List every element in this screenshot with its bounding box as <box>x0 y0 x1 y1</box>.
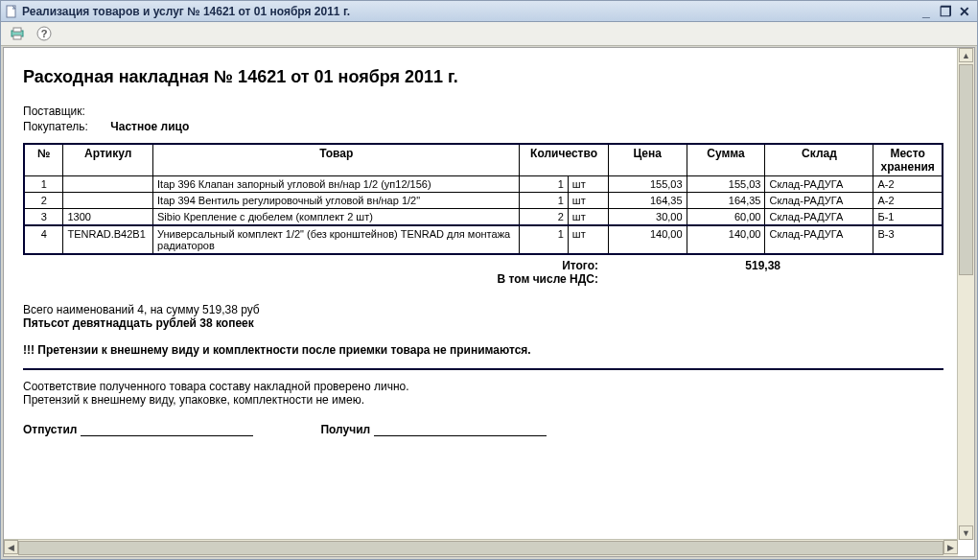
svg-text:?: ? <box>41 28 48 39</box>
vertical-scroll-thumb[interactable] <box>959 64 973 275</box>
totals-block: Итого: 519,38 В том числе НДС: <box>23 259 943 286</box>
vertical-scrollbar[interactable]: ▲ ▼ <box>957 48 974 540</box>
col-price: Цена <box>608 144 687 176</box>
cell-unit: шт <box>568 176 608 193</box>
cell-qty: 1 <box>520 225 568 254</box>
cell-price: 164,35 <box>608 193 687 209</box>
total-label: Итого: <box>23 259 704 272</box>
cell-n: 2 <box>24 193 63 209</box>
cell-n: 3 <box>24 209 63 226</box>
cell-qty: 2 <box>520 209 568 226</box>
minimize-button[interactable]: _ <box>918 4 935 19</box>
cell-location: А-2 <box>873 193 943 209</box>
separator-line <box>23 366 943 370</box>
cell-article: TENRAD.B42B1 <box>63 225 153 254</box>
document-heading: Расходная накладная № 14621 от 01 ноября… <box>23 67 939 87</box>
help-button[interactable]: ? <box>34 23 55 44</box>
cell-warehouse: Склад-РАДУГА <box>765 225 873 254</box>
sum-in-words: Пятьсот девятнадцать рублей 38 копеек <box>23 316 939 330</box>
invoice-document: Расходная накладная № 14621 от 01 ноября… <box>4 48 958 455</box>
content-area: Расходная накладная № 14621 от 01 ноября… <box>3 47 975 557</box>
buyer-line: Покупатель: Частное лицо <box>23 120 939 133</box>
col-sum: Сумма <box>687 144 765 176</box>
confirm-line-1: Соответствие полученного товара составу … <box>23 380 939 393</box>
cell-article <box>63 193 153 209</box>
warning-line: !!! Претензии к внешнему виду и комплект… <box>23 343 939 357</box>
scroll-down-arrow-icon[interactable]: ▼ <box>959 525 973 540</box>
confirm-line-2: Претензий к внешнему виду, упаковке, ком… <box>23 393 939 407</box>
col-qty: Количество <box>520 144 608 176</box>
col-article: Артикул <box>63 144 153 176</box>
cell-sum: 164,35 <box>687 193 765 209</box>
col-product: Товар <box>153 144 520 176</box>
vat-label: В том числе НДС: <box>23 272 704 286</box>
supplier-label: Поставщик: <box>23 105 107 118</box>
close-button[interactable]: ✕ <box>956 4 973 19</box>
buyer-value: Частное лицо <box>110 120 189 133</box>
document-icon <box>5 5 18 18</box>
cell-location: Б-1 <box>873 209 943 226</box>
cell-product: Универсальный комплект 1/2" (без кронште… <box>153 225 520 254</box>
table-row: 4TENRAD.B42B1Универсальный комплект 1/2"… <box>24 225 943 254</box>
supplier-line: Поставщик: <box>23 105 939 118</box>
cell-product: Itap 394 Вентиль регулировочный угловой … <box>153 193 520 209</box>
total-value: 519,38 <box>704 259 943 272</box>
cell-warehouse: Склад-РАДУГА <box>765 176 873 193</box>
table-header-row: № Артикул Товар Количество Цена Сумма Ск… <box>24 144 943 176</box>
window-title: Реализация товаров и услуг № 14621 от 01… <box>22 5 350 18</box>
cell-unit: шт <box>568 225 608 254</box>
cell-qty: 1 <box>520 193 568 209</box>
document-viewport[interactable]: Расходная накладная № 14621 от 01 ноября… <box>4 48 958 540</box>
cell-location: В-3 <box>873 225 943 254</box>
cell-unit: шт <box>568 209 608 226</box>
scroll-left-arrow-icon[interactable]: ◀ <box>4 540 18 554</box>
scroll-right-arrow-icon[interactable]: ▶ <box>943 540 958 554</box>
scroll-up-arrow-icon[interactable]: ▲ <box>959 48 973 62</box>
cell-price: 155,03 <box>608 176 687 193</box>
horizontal-scroll-thumb[interactable] <box>18 541 943 555</box>
svg-rect-3 <box>13 35 21 39</box>
cell-sum: 155,03 <box>687 176 765 193</box>
items-table: № Артикул Товар Количество Цена Сумма Ск… <box>23 143 943 255</box>
col-n: № <box>24 144 63 176</box>
cell-price: 140,00 <box>608 225 687 254</box>
confirmation-block: Соответствие полученного товара составу … <box>23 380 939 407</box>
cell-article: 1300 <box>63 209 153 226</box>
count-sum-line: Всего наименований 4, на сумму 519,38 ру… <box>23 303 939 316</box>
released-line <box>81 422 253 436</box>
table-row: 1Itap 396 Клапан запорный угловой вн/нар… <box>24 176 943 193</box>
app-window: Реализация товаров и услуг № 14621 от 01… <box>0 0 978 560</box>
released-signature: Отпустил <box>23 422 253 436</box>
table-row: 2Itap 394 Вентиль регулировочный угловой… <box>24 193 943 209</box>
cell-product: Itap 396 Клапан запорный угловой вн/нар … <box>153 176 520 193</box>
vat-value <box>704 272 943 286</box>
maximize-button[interactable]: ❐ <box>937 4 954 19</box>
toolbar: ? <box>1 22 977 46</box>
horizontal-scrollbar[interactable]: ◀ ▶ <box>4 539 958 556</box>
received-line <box>374 422 547 436</box>
cell-n: 1 <box>24 176 63 193</box>
cell-n: 4 <box>24 225 63 254</box>
cell-product: Sibio Крепление с дюбелем (комплект 2 шт… <box>153 209 520 226</box>
cell-sum: 140,00 <box>687 225 765 254</box>
cell-qty: 1 <box>520 176 568 193</box>
print-button[interactable] <box>7 23 28 44</box>
buyer-label: Покупатель: <box>23 120 107 133</box>
col-warehouse: Склад <box>765 144 873 176</box>
cell-warehouse: Склад-РАДУГА <box>765 193 873 209</box>
cell-price: 30,00 <box>608 209 687 226</box>
cell-location: А-2 <box>873 176 943 193</box>
received-label: Получил <box>320 423 370 436</box>
signatures-row: Отпустил Получил <box>23 422 943 436</box>
cell-warehouse: Склад-РАДУГА <box>765 209 873 226</box>
svg-rect-2 <box>13 28 21 32</box>
table-row: 31300Sibio Крепление с дюбелем (комплект… <box>24 209 943 226</box>
released-label: Отпустил <box>23 423 77 436</box>
cell-article <box>63 176 153 193</box>
titlebar[interactable]: Реализация товаров и услуг № 14621 от 01… <box>1 1 977 22</box>
cell-unit: шт <box>568 193 608 209</box>
cell-sum: 60,00 <box>687 209 765 226</box>
received-signature: Получил <box>320 422 547 436</box>
notes-block: Всего наименований 4, на сумму 519,38 ру… <box>23 303 939 357</box>
col-location: Место хранения <box>873 144 943 176</box>
